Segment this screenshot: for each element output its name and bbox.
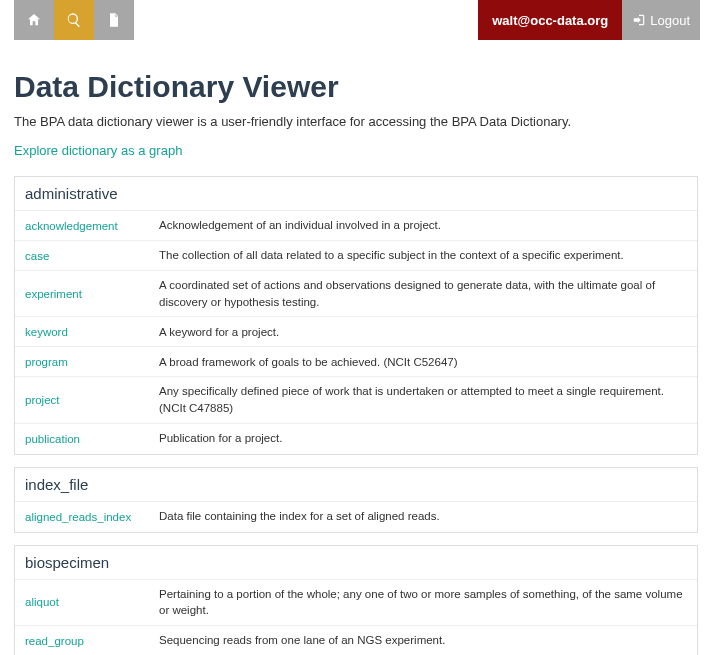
term-link[interactable]: aligned_reads_index (25, 511, 159, 523)
term-link[interactable]: case (25, 250, 159, 262)
term-description: The collection of all data related to a … (159, 247, 687, 264)
dictionary-row: keywordA keyword for a project. (15, 317, 697, 347)
home-button[interactable] (14, 0, 54, 40)
search-button[interactable] (54, 0, 94, 40)
dictionary-row: publicationPublication for a project. (15, 424, 697, 454)
section-index_file: index_filealigned_reads_indexData file c… (14, 467, 698, 533)
term-link[interactable]: program (25, 356, 159, 368)
page-title: Data Dictionary Viewer (14, 70, 698, 104)
term-link[interactable]: publication (25, 433, 159, 445)
file-icon (106, 12, 122, 28)
topbar: walt@occ-data.org Logout (0, 0, 712, 40)
dictionary-row: acknowledgementAcknowledgement of an ind… (15, 211, 697, 241)
section-administrative: administrativeacknowledgementAcknowledge… (14, 176, 698, 455)
files-button[interactable] (94, 0, 134, 40)
term-description: Pertaining to a portion of the whole; an… (159, 586, 687, 619)
term-link[interactable]: project (25, 394, 159, 406)
dictionary-row: programA broad framework of goals to be … (15, 347, 697, 377)
term-link[interactable]: read_group (25, 635, 159, 647)
term-description: Any specifically defined piece of work t… (159, 383, 687, 416)
section-biospecimen: biospecimenaliquotPertaining to a portio… (14, 545, 698, 655)
term-description: Publication for a project. (159, 430, 687, 447)
term-link[interactable]: keyword (25, 326, 159, 338)
term-description: Data file containing the index for a set… (159, 508, 687, 525)
home-icon (26, 12, 42, 28)
dictionary-row: caseThe collection of all data related t… (15, 241, 697, 271)
term-description: Sequencing reads from one lane of an NGS… (159, 632, 687, 649)
term-link[interactable]: experiment (25, 288, 159, 300)
section-header: index_file (15, 468, 697, 502)
term-link[interactable]: acknowledgement (25, 220, 159, 232)
section-header: biospecimen (15, 546, 697, 580)
term-description: A broad framework of goals to be achieve… (159, 354, 687, 371)
dictionary-row: projectAny specifically defined piece of… (15, 377, 697, 423)
content: Data Dictionary Viewer The BPA data dict… (0, 40, 712, 655)
term-link[interactable]: aliquot (25, 596, 159, 608)
nav-buttons (14, 0, 134, 40)
page-subtitle: The BPA data dictionary viewer is a user… (14, 114, 698, 129)
section-header: administrative (15, 177, 697, 211)
search-icon (66, 12, 82, 28)
logout-icon (632, 13, 646, 27)
logout-button[interactable]: Logout (622, 0, 700, 40)
term-description: A coordinated set of actions and observa… (159, 277, 687, 310)
term-description: A keyword for a project. (159, 324, 687, 341)
user-email-chip[interactable]: walt@occ-data.org (478, 0, 622, 40)
dictionary-row: aliquotPertaining to a portion of the wh… (15, 580, 697, 626)
logout-label: Logout (650, 13, 690, 28)
explore-graph-link[interactable]: Explore dictionary as a graph (14, 143, 182, 158)
dictionary-row: read_groupSequencing reads from one lane… (15, 626, 697, 655)
term-description: Acknowledgement of an individual involve… (159, 217, 687, 234)
dictionary-row: aligned_reads_indexData file containing … (15, 502, 697, 532)
dictionary-row: experimentA coordinated set of actions a… (15, 271, 697, 317)
